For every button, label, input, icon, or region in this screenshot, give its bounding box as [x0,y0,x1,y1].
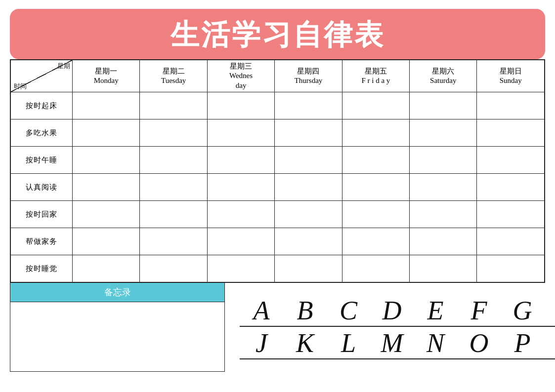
alpha-letter-H: H [544,297,555,324]
alpha-letter-L: L [327,330,370,356]
cell-r5-d3[interactable] [275,228,342,255]
cell-r6-d6[interactable] [477,255,545,282]
cell-r6-d2[interactable] [207,255,274,282]
cell-r3-d5[interactable] [410,174,477,201]
cell-r1-d3[interactable] [275,119,342,147]
cell-r0-d6[interactable] [477,92,545,119]
table-row: 认真阅读 [11,174,545,201]
alpha-letter-C: C [327,297,370,324]
cell-r2-d1[interactable] [140,147,207,174]
alpha-letter-A: A [240,297,283,324]
table-row: 按时睡觉 [11,255,545,282]
alpha-letter-Q: Q [544,330,555,356]
alpha-letter-J: J [240,330,283,356]
col-header-tuesday: 星期二 Tuesday [140,60,207,92]
col-header-monday: 星期一 Monday [73,60,140,92]
cell-r6-d1[interactable] [140,255,207,282]
cell-r2-d2[interactable] [207,147,274,174]
cell-r0-d1[interactable] [140,92,207,119]
cell-r4-d6[interactable] [477,201,545,228]
alpha-letter-D: D [370,297,414,324]
table-row: 按时起床 [11,92,545,119]
cell-r6-d3[interactable] [275,255,342,282]
cell-r5-d6[interactable] [477,228,545,255]
cell-r1-d0[interactable] [73,119,140,147]
cell-r1-d6[interactable] [477,119,545,147]
cell-r5-d2[interactable] [207,228,274,255]
cell-r4-d1[interactable] [140,201,207,228]
cell-r0-d3[interactable] [275,92,342,119]
memo-section: 备忘录 [10,283,225,372]
alphabet-row-1: ABCDEFGH [240,297,555,327]
schedule-wrapper: 星期 时间 星期一 Monday 星期二 Tuesday 星期三 Wednes … [10,59,545,283]
alpha-letter-K: K [283,330,327,356]
cell-r3-d1[interactable] [140,174,207,201]
cell-r1-d5[interactable] [410,119,477,147]
row-label-4: 按时回家 [11,201,73,228]
cell-r6-d5[interactable] [410,255,477,282]
cell-r4-d3[interactable] [275,201,342,228]
cell-r2-d0[interactable] [73,147,140,174]
cell-r3-d2[interactable] [207,174,274,201]
alphabet-section: ABCDEFGH JKLMNOPQ [225,283,555,372]
col-header-saturday: 星期六 Saturday [410,60,477,92]
cell-r3-d3[interactable] [275,174,342,201]
week-label: 星期 [57,62,70,71]
col-header-sunday: 星期日 Sunday [477,60,545,92]
row-label-5: 帮做家务 [11,228,73,255]
cell-r2-d5[interactable] [410,147,477,174]
alpha-letter-P: P [501,330,544,356]
table-row: 按时回家 [11,201,545,228]
alpha-letter-B: B [283,297,327,324]
cell-r3-d6[interactable] [477,174,545,201]
cell-r1-d2[interactable] [207,119,274,147]
alpha-letter-N: N [414,330,457,356]
cell-r2-d4[interactable] [342,147,409,174]
table-row: 帮做家务 [11,228,545,255]
cell-r4-d0[interactable] [73,201,140,228]
time-label: 时间 [14,82,27,91]
cell-r4-d5[interactable] [410,201,477,228]
cell-r0-d4[interactable] [342,92,409,119]
col-header-friday: 星期五 F r i d a y [342,60,409,92]
alpha-letter-M: M [370,330,414,356]
cell-r3-d0[interactable] [73,174,140,201]
row-label-6: 按时睡觉 [11,255,73,282]
cell-r0-d0[interactable] [73,92,140,119]
table-row: 按时午睡 [11,147,545,174]
cell-r4-d2[interactable] [207,201,274,228]
cell-r5-d0[interactable] [73,228,140,255]
cell-r5-d1[interactable] [140,228,207,255]
row-label-1: 多吃水果 [11,119,73,147]
memo-header: 备忘录 [10,283,224,302]
cell-r2-d3[interactable] [275,147,342,174]
alpha-letter-G: G [501,297,544,324]
schedule-table: 星期 时间 星期一 Monday 星期二 Tuesday 星期三 Wednes … [10,60,545,282]
cell-r2-d6[interactable] [477,147,545,174]
alpha-letter-O: O [457,330,501,356]
col-header-wednesday: 星期三 Wednes day [207,60,274,92]
alphabet-row-2: JKLMNOPQ [240,330,555,359]
bottom-section: 备忘录 ABCDEFGH JKLMNOPQ [10,283,545,372]
cell-r4-d4[interactable] [342,201,409,228]
cell-r6-d0[interactable] [73,255,140,282]
memo-body[interactable] [10,302,224,371]
title-bar: 生活学习自律表 [10,9,545,59]
col-header-thursday: 星期四 Thursday [275,60,342,92]
table-row: 多吃水果 [11,119,545,147]
cell-r0-d5[interactable] [410,92,477,119]
cell-r1-d1[interactable] [140,119,207,147]
cell-r5-d5[interactable] [410,228,477,255]
row-label-0: 按时起床 [11,92,73,119]
alpha-letter-F: F [457,297,501,324]
row-label-2: 按时午睡 [11,147,73,174]
cell-r6-d4[interactable] [342,255,409,282]
cell-r5-d4[interactable] [342,228,409,255]
cell-r0-d2[interactable] [207,92,274,119]
alpha-letter-E: E [414,297,457,324]
cell-r3-d4[interactable] [342,174,409,201]
row-label-3: 认真阅读 [11,174,73,201]
cell-r1-d4[interactable] [342,119,409,147]
col-header-label: 星期 时间 [11,60,73,92]
page-title: 生活学习自律表 [10,16,545,54]
